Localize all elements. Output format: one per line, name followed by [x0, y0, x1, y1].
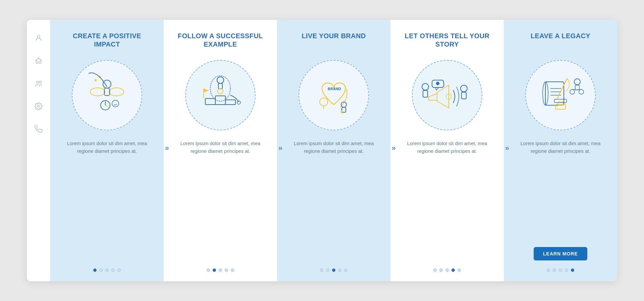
- card-leave-legacy: LEAVE A LEGACY: [504, 20, 617, 281]
- card-1-footer: [60, 262, 154, 272]
- svg-line-50: [572, 89, 577, 90]
- card-1-illustration: ★ ★: [72, 60, 142, 130]
- svg-point-49: [579, 89, 584, 94]
- dot-3-3[interactable]: [332, 268, 335, 272]
- card-4-illustration: [412, 60, 482, 130]
- svg-point-2: [39, 81, 41, 83]
- main-container: CREATE A POSITIVE IMPACT ★ ★: [27, 20, 617, 281]
- svg-point-13: [112, 100, 119, 107]
- card-3-dots: [320, 268, 347, 272]
- dot-2-2[interactable]: [213, 268, 216, 272]
- tell-story-svg: [420, 68, 474, 122]
- svg-rect-47: [575, 85, 579, 90]
- card-2-body: Lorem ipsum dolor sit dim amet, mea regi…: [173, 140, 268, 262]
- card-live-brand: LIVE YOUR BRAND BRAND: [277, 20, 390, 281]
- dot-2-5[interactable]: [231, 268, 234, 272]
- svg-point-1: [37, 81, 39, 83]
- dot-1-4[interactable]: [111, 268, 115, 272]
- dot-3-2[interactable]: [326, 268, 329, 272]
- dot-4-3[interactable]: [445, 268, 449, 272]
- svg-point-3: [38, 105, 40, 107]
- card-4-dots: [433, 268, 461, 272]
- card-1-title: CREATE A POSITIVE IMPACT: [60, 32, 154, 52]
- dot-1-5[interactable]: [117, 268, 121, 272]
- dot-3-1[interactable]: [320, 268, 323, 272]
- dot-2-4[interactable]: [225, 268, 228, 272]
- card-5-body: Lorem ipsum dolor sit dim amet, mea regi…: [513, 140, 608, 244]
- svg-text:BRAND: BRAND: [328, 87, 341, 91]
- cards-container: CREATE A POSITIVE IMPACT ★ ★: [50, 20, 617, 281]
- card-3-arrow: »: [392, 144, 396, 152]
- card-3-title: LIVE YOUR BRAND: [302, 32, 366, 52]
- svg-rect-37: [462, 92, 466, 99]
- dot-5-2[interactable]: [553, 268, 556, 272]
- card-5-title: LEAVE A LEGACY: [531, 32, 590, 52]
- svg-line-51: [577, 89, 581, 90]
- dot-5-3[interactable]: [559, 268, 562, 272]
- card-2-illustration: [185, 60, 256, 130]
- follow-example-svg: [194, 68, 247, 122]
- svg-line-12: [105, 105, 108, 107]
- svg-marker-23: [204, 88, 209, 93]
- phone-icon[interactable]: [33, 123, 45, 135]
- svg-point-46: [574, 79, 580, 85]
- svg-point-4: [90, 88, 105, 96]
- card-3-footer: [286, 262, 381, 272]
- dot-2-1[interactable]: [207, 268, 210, 272]
- svg-point-36: [461, 85, 467, 92]
- dot-3-5[interactable]: [344, 268, 347, 272]
- svg-rect-33: [423, 91, 428, 97]
- svg-point-32: [422, 83, 429, 90]
- sidebar: [27, 20, 50, 281]
- svg-point-35: [436, 82, 439, 85]
- dot-5-4[interactable]: [565, 268, 568, 272]
- svg-point-26: [320, 98, 328, 106]
- svg-point-48: [570, 89, 575, 94]
- card-5-illustration: [525, 60, 596, 130]
- card-5-footer: LEARN MORE: [513, 244, 608, 272]
- dot-4-2[interactable]: [439, 268, 443, 272]
- card-1-arrow: »: [165, 144, 169, 152]
- dot-4-5[interactable]: [458, 268, 461, 272]
- dot-4-4[interactable]: [451, 268, 455, 272]
- card-1-body: Lorem ipsum dolor sit dim amet, mea regi…: [60, 140, 154, 262]
- svg-rect-17: [218, 83, 222, 89]
- learn-more-button[interactable]: LEARN MORE: [534, 247, 587, 260]
- dot-3-4[interactable]: [338, 268, 341, 272]
- card-1-dots: [93, 268, 121, 272]
- card-3-illustration: BRAND ★: [299, 60, 369, 130]
- card-4-arrow: »: [505, 144, 509, 152]
- svg-point-21: [218, 88, 223, 94]
- svg-point-0: [37, 35, 40, 38]
- svg-line-14: [114, 104, 117, 105]
- leave-legacy-svg: [534, 68, 587, 122]
- svg-point-16: [217, 77, 224, 83]
- dot-2-3[interactable]: [219, 268, 222, 272]
- user-icon[interactable]: [33, 32, 45, 44]
- svg-point-5: [109, 88, 124, 96]
- dot-1-2[interactable]: [99, 268, 103, 272]
- dot-1-1[interactable]: [93, 268, 97, 272]
- svg-rect-20: [225, 100, 235, 105]
- card-4-footer: [400, 262, 494, 272]
- svg-rect-18: [205, 99, 215, 105]
- dot-4-1[interactable]: [433, 268, 437, 272]
- card-5-dots: [547, 268, 574, 272]
- home-icon[interactable]: [33, 55, 45, 67]
- live-brand-svg: BRAND ★: [307, 68, 361, 122]
- card-create-positive-impact: CREATE A POSITIVE IMPACT ★ ★: [50, 20, 164, 281]
- card-follow-successful: FOLLOW A SUCCESSFUL EXAMPLE: [164, 20, 277, 281]
- dot-5-1[interactable]: [547, 268, 550, 272]
- positive-impact-svg: ★ ★: [80, 68, 134, 122]
- card-let-others-tell: LET OTHERS TELL YOUR STORY: [390, 20, 504, 281]
- card-2-footer: [173, 262, 268, 272]
- card-2-title: FOLLOW A SUCCESSFUL EXAMPLE: [173, 32, 268, 52]
- dot-5-5[interactable]: [571, 268, 574, 272]
- settings-icon[interactable]: [33, 100, 45, 112]
- people-icon[interactable]: [33, 77, 45, 89]
- card-2-dots: [207, 268, 234, 272]
- svg-point-6: [103, 80, 111, 88]
- card-4-title: LET OTHERS TELL YOUR STORY: [400, 32, 494, 52]
- dot-1-3[interactable]: [105, 268, 109, 272]
- svg-text:★: ★: [340, 109, 344, 115]
